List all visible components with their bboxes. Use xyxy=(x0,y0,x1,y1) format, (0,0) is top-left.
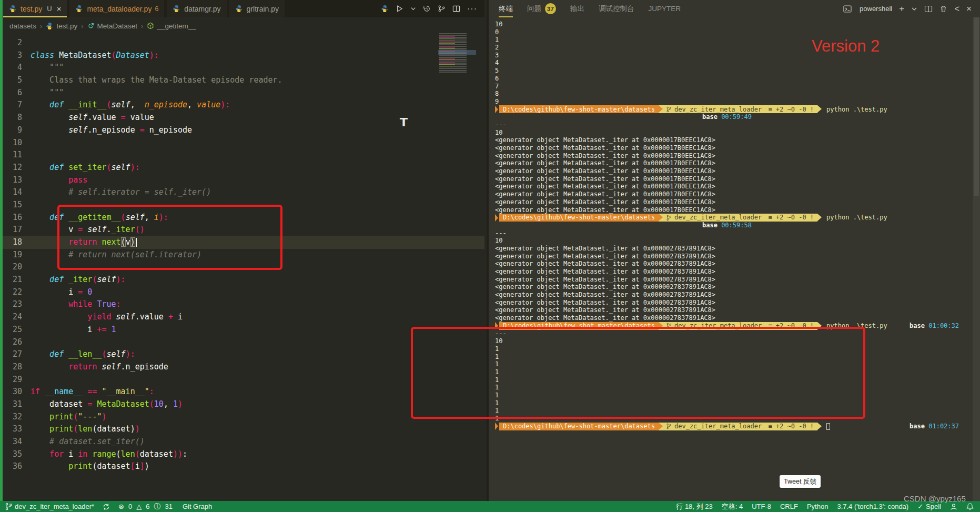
code-text: print("---") xyxy=(31,412,107,421)
tweet-feedback-button[interactable]: Tweet 反馈 xyxy=(780,475,821,488)
prompt-env-label: base xyxy=(702,222,721,229)
code-line[interactable]: 24 yield self.value + i xyxy=(0,311,484,324)
spell-checker[interactable]: ✓Spell xyxy=(917,503,941,510)
editor-tab-meta_dataloader.py[interactable]: meta_dataloader.py6 xyxy=(69,0,164,17)
code-line[interactable]: 23 while True: xyxy=(0,298,484,311)
collapse-panel-button[interactable]: < xyxy=(954,4,959,13)
code-line[interactable]: 7 def __init__(self, n_episode, value): xyxy=(0,99,484,112)
breadcrumb-item-test.py[interactable]: test.py xyxy=(46,22,77,30)
python-icon xyxy=(9,5,17,13)
code-line[interactable]: 11 xyxy=(0,149,484,162)
new-terminal-button[interactable]: + xyxy=(899,4,904,13)
sync-button[interactable] xyxy=(103,503,110,510)
code-line[interactable]: 9 self.n_episode = n_episode xyxy=(0,124,484,137)
line-number: 11 xyxy=(0,149,31,162)
code-line[interactable]: 12 def set_iter(self): xyxy=(0,162,484,174)
kill-terminal-button[interactable] xyxy=(939,5,947,13)
left-edge-strip xyxy=(0,0,3,501)
panel-tab-调试控制台[interactable]: 调试控制台 xyxy=(599,0,634,17)
shell-selector[interactable]: powershell xyxy=(860,5,892,13)
error-count: 0 xyxy=(128,503,132,510)
minimap-viewport[interactable] xyxy=(438,50,476,55)
language-mode[interactable]: Python xyxy=(807,503,828,510)
split-editor-icon[interactable] xyxy=(452,5,460,13)
terminal-line: <generator object MetaDataset._iter at 0… xyxy=(495,136,973,144)
encoding[interactable]: UTF-8 xyxy=(752,503,771,510)
git-graph-button[interactable]: Git Graph xyxy=(183,503,212,510)
breadcrumb-item-MetaDataset[interactable]: MetaDataset xyxy=(87,22,138,30)
terminal-line: <generator object MetaDataset._iter at 0… xyxy=(495,283,973,291)
tab-problems-badge: 6 xyxy=(155,5,158,13)
code-line[interactable]: 22 i = 0 xyxy=(0,286,484,299)
code-line[interactable]: 21 def _iter(self): xyxy=(0,274,484,286)
code-text: print(len(dataset)) xyxy=(31,424,140,434)
history-icon[interactable] xyxy=(423,5,431,13)
eol-sequence[interactable]: CRLF xyxy=(780,503,798,510)
code-line[interactable]: 5 Class that wraps the Meta-Dataset epis… xyxy=(0,74,484,87)
terminal-output[interactable]: 100123456789D:\codes\github\few-shot-mas… xyxy=(495,17,973,501)
terminal-prompt: D:\codes\github\few-shot-master\datasets… xyxy=(495,423,973,430)
code-line[interactable]: 4 """ xyxy=(0,62,484,74)
indentation[interactable]: 空格: 4 xyxy=(722,502,743,511)
more-actions-icon[interactable]: ··· xyxy=(467,4,477,14)
editor-tab-test.py[interactable]: test.pyU× xyxy=(3,0,67,17)
python-icon xyxy=(46,22,54,30)
git-branch-icon xyxy=(5,503,12,510)
code-line[interactable]: 8 self.value = value xyxy=(0,112,484,124)
terminal-line: <generator object MetaDataset._iter at 0… xyxy=(495,299,973,307)
terminal-scrollbar[interactable] xyxy=(973,17,980,501)
code-text: pass xyxy=(31,175,87,185)
code-line[interactable]: 13 pass xyxy=(0,174,484,187)
info-icon: ⓘ xyxy=(154,502,160,511)
line-number: 2 xyxy=(0,37,31,49)
terminal-line: 10 xyxy=(495,237,973,245)
panel-tab-问题[interactable]: 问题37 xyxy=(527,0,556,17)
prompt-arrow-icon xyxy=(495,214,498,222)
code-line[interactable]: 2 xyxy=(0,37,484,49)
python-interpreter[interactable]: 3.7.4 ('torch1.3': conda) xyxy=(837,503,908,510)
terminal-timestamp-line: base 00:59:58 xyxy=(495,222,973,229)
terminal-line: 4 xyxy=(495,59,973,67)
panel-tab-终端[interactable]: 终端 xyxy=(499,0,513,17)
code-line[interactable]: 3class MetaDataset(Dataset): xyxy=(0,49,484,62)
prompt-branch-name: dev_zc_iter_meta_loader xyxy=(674,423,762,430)
line-number: 10 xyxy=(0,137,31,149)
git-branch-indicator[interactable]: dev_zc_iter_meta_loader* xyxy=(5,503,94,510)
git-graph-icon[interactable] xyxy=(438,5,446,13)
cursor-position[interactable]: 行 18, 列 23 xyxy=(676,502,712,511)
line-number: 7 xyxy=(0,99,31,112)
code-line[interactable]: 14 # self.iterator = self._iter() xyxy=(0,186,484,199)
tab-close-icon[interactable]: × xyxy=(57,4,62,13)
panel-tab-JUPYTER[interactable]: JUPYTER xyxy=(649,0,681,17)
code-line[interactable]: 36 print(dataset[i]) xyxy=(0,460,484,473)
panel-tab-输出[interactable]: 输出 xyxy=(570,0,584,17)
powerline-separator xyxy=(817,423,822,430)
code-line[interactable]: 34 # dataset.set_iter() xyxy=(0,436,484,448)
terminal-line: 5 xyxy=(495,67,973,75)
terminal-line: <generator object MetaDataset._iter at 0… xyxy=(495,152,973,160)
panel-tab-label: 问题 xyxy=(527,4,541,14)
code-line[interactable]: 33 print(len(dataset)) xyxy=(0,423,484,436)
breadcrumb-item-__getitem__[interactable]: __getitem__ xyxy=(147,22,196,30)
problems-indicator[interactable]: ⊗0 △6 ⓘ31 xyxy=(118,502,174,511)
terminal-line: <generator object MetaDataset._iter at 0… xyxy=(495,291,973,299)
editor-tab-datamgr.py[interactable]: datamgr.py xyxy=(167,0,226,17)
line-number: 30 xyxy=(0,386,31,398)
notifications-button[interactable] xyxy=(966,503,974,510)
prompt-arrow-icon xyxy=(495,423,498,430)
line-number: 9 xyxy=(0,124,31,137)
code-line[interactable]: 6 """ xyxy=(0,87,484,99)
close-panel-button[interactable]: × xyxy=(966,4,972,13)
split-terminal-button[interactable] xyxy=(924,5,933,13)
terminal-line: <generator object MetaDataset._iter at 0… xyxy=(495,276,973,284)
code-line[interactable]: 35 for i in range(len(dataset)): xyxy=(0,448,484,461)
account-button[interactable] xyxy=(950,503,957,510)
breadcrumb-item-datasets[interactable]: datasets xyxy=(9,22,36,30)
terminal-line: <generator object MetaDataset._iter at 0… xyxy=(495,198,973,206)
shell-dropdown-icon[interactable] xyxy=(911,6,917,12)
code-line[interactable]: 10 xyxy=(0,137,484,149)
editor-tab-grltrain.py[interactable]: grltrain.py xyxy=(229,0,285,17)
line-number: 15 xyxy=(0,199,31,212)
run-dropdown-icon[interactable] xyxy=(410,6,416,12)
run-button[interactable] xyxy=(396,5,403,13)
